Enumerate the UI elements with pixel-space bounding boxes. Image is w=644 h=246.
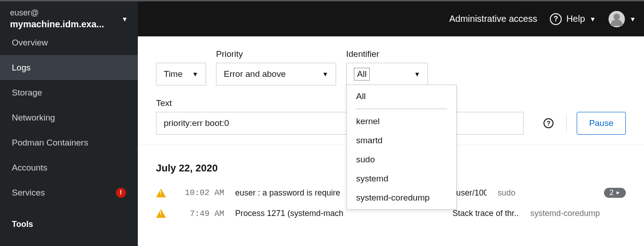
help-label: Help [566,14,585,24]
sidebar-item-label: Logs [12,63,30,73]
divider [566,115,567,131]
dropdown-divider [356,109,447,109]
identifier-dropdown: All kernel smartd sudo systemd systemd-c… [347,85,457,210]
log-identifier: sudo [498,188,593,198]
chevron-down-icon: ▼ [192,70,198,78]
log-count-badge[interactable]: 2 ▼ [604,188,626,198]
priority-label: Priority [216,49,336,63]
sidebar-item-label: Overview [12,38,48,48]
identifier-option-kernel[interactable]: kernel [347,112,456,131]
chevron-right-icon: ▼ [615,191,621,196]
topbar: euser@ mymachine.idm.exa... ▼ Administra… [0,0,644,36]
identifier-option-systemd-coredump[interactable]: systemd-coredump [347,188,456,207]
help-icon: ? [550,13,562,25]
sidebar: Overview Logs Storage Networking Podman … [0,36,138,246]
sidebar-item-label: Podman Containers [12,138,88,148]
sidebar-item-accounts[interactable]: Accounts [0,155,138,180]
host-switcher-text: euser@ mymachine.idm.exa... [10,7,121,30]
identifier-option-all[interactable]: All [347,87,456,106]
help-menu[interactable]: ? Help ▼ [550,13,596,25]
administrative-access-button[interactable]: Administrative access [449,14,537,24]
identifier-filter-value: All [354,68,370,80]
sidebar-item-label: Storage [12,88,42,98]
warning-icon [156,209,166,218]
sidebar-heading-tools: Tools [0,220,138,229]
text-filter-input[interactable] [156,112,523,135]
chevron-down-icon: ▼ [589,15,596,23]
chevron-down-icon: ▼ [322,70,328,78]
sidebar-item-label: Services [12,188,45,198]
sidebar-item-podman-containers[interactable]: Podman Containers [0,130,138,155]
user-menu[interactable]: ▼ [609,11,636,27]
warning-icon [156,189,166,197]
text-filter-label: Text [156,98,523,112]
identifier-option-systemd[interactable]: systemd [347,169,456,188]
main-content: Time ▼ Priority Error and above ▼ Identi… [138,36,644,246]
chevron-down-icon: ▼ [121,15,128,23]
host-user: euser@ [10,7,121,18]
log-count: 2 [609,189,614,197]
sidebar-item-logs[interactable]: Logs [0,55,138,80]
sidebar-item-overview[interactable]: Overview [0,36,138,55]
priority-filter-select[interactable]: Error and above ▼ [216,63,336,85]
topbar-right: Administrative access ? Help ▼ ▼ [138,11,644,27]
identifier-option-sudo[interactable]: sudo [347,150,456,169]
log-message: Process 1271 (systemd-machStack trace of… [235,209,519,218]
log-time: 7:49 AM [177,209,224,218]
priority-filter-value: Error and above [224,69,286,79]
log-filters: Time ▼ Priority Error and above ▼ Identi… [138,36,644,145]
sidebar-item-label: Networking [12,113,55,123]
sidebar-item-services[interactable]: Services [0,180,138,205]
time-filter-select[interactable]: Time ▼ [156,63,206,85]
chevron-down-icon: ▼ [414,70,420,78]
sidebar-item-networking[interactable]: Networking [0,105,138,130]
help-icon: ? [543,118,553,128]
sidebar-item-label: Accounts [12,163,47,173]
log-time: 10:02 AM [177,188,224,197]
pause-button[interactable]: Pause [577,112,626,135]
text-filter-help[interactable]: ? [541,112,556,135]
host-name: mymachine.idm.exa... [10,18,121,30]
time-filter-value: Time [164,69,183,79]
alert-icon [116,188,126,198]
sidebar-item-storage[interactable]: Storage [0,80,138,105]
chevron-down-icon: ▼ [629,15,636,23]
host-switcher[interactable]: euser@ mymachine.idm.exa... ▼ [0,1,138,36]
identifier-label: Identifier [346,49,428,63]
identifier-option-smartd[interactable]: smartd [347,131,456,150]
identifier-filter-select[interactable]: All ▼ All kernel smartd sudo systemd sys… [346,63,428,85]
avatar-icon [609,11,625,27]
log-identifier: systemd-coredump [530,209,626,218]
